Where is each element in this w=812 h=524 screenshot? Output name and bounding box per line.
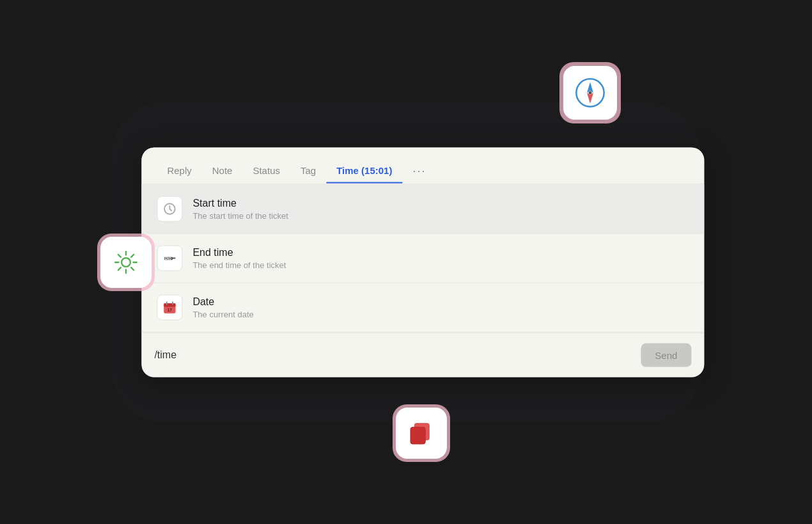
svg-line-12: [118, 267, 121, 270]
compass-icon-box: [563, 66, 617, 120]
start-time-text: Start time The start time of the ticket: [192, 197, 288, 220]
svg-text:17: 17: [168, 307, 173, 312]
gear-icon: [111, 248, 141, 277]
tab-status[interactable]: Status: [242, 159, 290, 184]
scene: Reply Note Status Tag Time (15:01) ··· S…: [86, 54, 726, 470]
end-time-desc: The end time of the ticket: [192, 260, 286, 269]
date-icon: 17: [157, 294, 182, 320]
list-item-end-time[interactable]: END End time The end time of the ticket: [141, 234, 704, 283]
date-text: Date The current date: [192, 296, 253, 319]
date-title: Date: [192, 296, 253, 307]
gear-icon-wrapper[interactable]: [100, 237, 152, 288]
start-time-desc: The start time of the ticket: [192, 210, 288, 220]
svg-line-10: [131, 267, 134, 270]
tab-note[interactable]: Note: [202, 159, 243, 184]
duplicate-icon-box: [396, 408, 447, 459]
input-area: Send: [141, 332, 704, 377]
items-list: Start time The start time of the ticket …: [141, 184, 704, 332]
svg-point-4: [121, 258, 130, 267]
end-time-text: End time The end time of the ticket: [192, 246, 286, 269]
date-desc: The current date: [192, 309, 253, 319]
gear-icon-box: [100, 237, 152, 288]
duplicate-icon-wrapper[interactable]: [396, 408, 447, 459]
more-tabs-button[interactable]: ···: [407, 157, 431, 184]
list-item-date[interactable]: 17 Date The current date: [141, 283, 704, 332]
svg-point-3: [589, 91, 592, 94]
svg-rect-15: [410, 427, 425, 443]
send-button[interactable]: Send: [641, 343, 691, 367]
svg-rect-21: [164, 303, 175, 307]
list-item-start-time[interactable]: Start time The start time of the ticket: [141, 184, 704, 234]
end-time-icon: END: [157, 245, 182, 271]
start-time-icon: [157, 196, 182, 221]
command-input[interactable]: [154, 349, 633, 361]
main-card: Reply Note Status Tag Time (15:01) ··· S…: [141, 147, 704, 377]
duplicate-icon: [407, 418, 436, 448]
tabs-bar: Reply Note Status Tag Time (15:01) ···: [141, 147, 704, 184]
svg-line-11: [131, 254, 134, 257]
compass-icon: [574, 77, 606, 109]
svg-line-9: [118, 254, 121, 257]
end-time-title: End time: [192, 246, 286, 258]
svg-text:END: END: [165, 257, 171, 260]
compass-icon-wrapper[interactable]: [563, 66, 617, 120]
tab-tag[interactable]: Tag: [290, 159, 326, 184]
start-time-title: Start time: [192, 197, 288, 209]
tab-reply[interactable]: Reply: [157, 159, 201, 184]
tab-time[interactable]: Time (15:01): [326, 159, 402, 184]
